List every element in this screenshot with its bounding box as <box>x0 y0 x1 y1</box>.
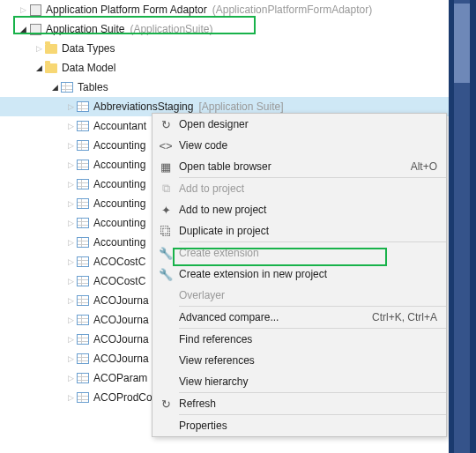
table-icon <box>76 371 90 385</box>
node-suffix: (ApplicationSuite) <box>130 23 212 35</box>
node-data-types[interactable]: ▷ Data Types <box>0 39 449 58</box>
menu-open-table-browser[interactable]: ▦ Open table browser Alt+O <box>152 156 446 177</box>
table-icon <box>76 293 90 308</box>
menu-item-label: Add to project <box>179 182 437 195</box>
wrench-icon: 🔧 <box>159 246 173 260</box>
menu-item-label: View code <box>179 139 437 152</box>
add-to-project-icon: ⧉ <box>159 182 173 196</box>
menu-refresh[interactable]: ↻ Refresh <box>152 393 446 414</box>
expand-icon[interactable]: ▷ <box>65 374 76 382</box>
context-menu: ↻ Open designer <> View code ▦ Open tabl… <box>152 113 447 437</box>
menu-item-shortcut: Ctrl+K, Ctrl+A <box>372 311 437 323</box>
node-data-model[interactable]: ◢ Data Model <box>0 58 449 78</box>
open-designer-icon: ↻ <box>159 117 173 131</box>
expand-icon[interactable]: ▷ <box>65 354 76 363</box>
table-icon <box>60 80 74 94</box>
collapse-icon[interactable]: ◢ <box>18 25 28 33</box>
table-icon <box>76 100 90 114</box>
expand-icon[interactable]: ▷ <box>65 335 76 344</box>
node-label: ACOJourna <box>93 333 149 345</box>
expand-icon[interactable]: ▷ <box>65 257 76 266</box>
module-icon <box>28 3 42 17</box>
node-label: Accountant <box>93 120 146 132</box>
menu-advanced-compare[interactable]: Advanced compare... Ctrl+K, Ctrl+A <box>152 307 446 328</box>
menu-item-label: Find references <box>179 333 437 345</box>
folder-icon <box>44 61 58 75</box>
expand-icon[interactable]: ▷ <box>65 141 76 150</box>
node-label: AbbreviationsStaging <box>93 100 193 113</box>
node-application-suite[interactable]: ◢ Application Suite (ApplicationSuite) <box>0 19 449 39</box>
menu-create-extension: 🔧 Create extension <box>152 242 446 264</box>
menu-duplicate-in-project[interactable]: ⿻ Duplicate in project <box>152 220 446 241</box>
menu-view-references[interactable]: View references <box>152 350 446 371</box>
node-app-platform-form-adaptor[interactable]: ▷ Application Platform Form Adaptor (App… <box>0 0 449 19</box>
node-label: Accounting <box>93 178 145 190</box>
menu-properties[interactable]: Properties <box>152 415 446 436</box>
node-label: Accounting <box>93 139 145 152</box>
expand-icon[interactable]: ▷ <box>65 238 76 247</box>
expand-icon[interactable]: ▷ <box>65 160 76 169</box>
menu-view-code[interactable]: <> View code <box>152 135 446 156</box>
menu-item-label: Create extension in new project <box>179 268 437 280</box>
node-label: Data Model <box>62 62 115 74</box>
expand-icon[interactable]: ▷ <box>65 219 76 227</box>
scrollbar-thumb[interactable] <box>454 4 470 83</box>
menu-item-label: Refresh <box>179 397 437 410</box>
expand-icon[interactable]: ▷ <box>65 277 76 286</box>
menu-item-label: View hierarchy <box>179 375 437 388</box>
menu-create-extension-new-project[interactable]: 🔧 Create extension in new project <box>152 264 446 285</box>
expand-icon[interactable]: ▷ <box>65 296 76 305</box>
node-label: ACOCostC <box>93 275 145 287</box>
expand-icon[interactable]: ▷ <box>65 393 76 402</box>
refresh-icon: ↻ <box>159 397 173 411</box>
node-label: ACOCostC <box>93 256 145 268</box>
node-label: Accounting <box>93 217 145 229</box>
node-label: ACOJourna <box>93 353 149 365</box>
expand-icon[interactable]: ▷ <box>65 199 76 208</box>
menu-find-references[interactable]: Find references <box>152 329 446 350</box>
wrench-icon: 🔧 <box>159 267 173 281</box>
scrollbar[interactable] <box>449 0 476 453</box>
add-new-project-icon: ✦ <box>159 203 173 217</box>
table-icon <box>76 255 90 269</box>
menu-item-label: Create extension <box>179 247 437 259</box>
collapse-icon[interactable]: ◢ <box>49 83 60 92</box>
table-icon <box>76 274 90 288</box>
duplicate-icon: ⿻ <box>159 224 173 238</box>
collapse-icon[interactable]: ◢ <box>33 63 44 72</box>
menu-item-label: Advanced compare... <box>179 311 372 323</box>
table-icon <box>76 177 90 191</box>
menu-view-hierarchy[interactable]: View hierarchy <box>152 371 446 392</box>
expand-icon[interactable]: ▷ <box>33 44 44 53</box>
table-icon <box>76 197 90 211</box>
expand-icon[interactable]: ▷ <box>65 102 76 111</box>
table-icon: ▦ <box>159 160 173 174</box>
menu-open-designer[interactable]: ↻ Open designer <box>152 114 446 135</box>
application-explorer: ▷ Application Platform Form Adaptor (App… <box>0 0 449 453</box>
menu-item-label: Add to new project <box>179 204 437 216</box>
node-suffix: (ApplicationPlatformFormAdaptor) <box>212 4 372 16</box>
node-suffix: [Application Suite] <box>198 100 283 113</box>
view-code-icon: <> <box>159 138 173 152</box>
expand-icon[interactable]: ▷ <box>65 122 76 130</box>
node-label: ACOParam <box>93 372 147 384</box>
menu-overlayer: Overlayer <box>152 285 446 306</box>
menu-item-label: View references <box>179 354 437 367</box>
expand-icon[interactable]: ▷ <box>65 316 76 324</box>
node-label: Accounting <box>93 197 145 210</box>
expand-icon[interactable]: ▷ <box>18 5 28 14</box>
node-label: Application Suite <box>46 23 124 35</box>
menu-item-label: Properties <box>179 420 437 432</box>
menu-add-to-new-project[interactable]: ✦ Add to new project <box>152 199 446 220</box>
node-tables[interactable]: ◢ Tables <box>0 78 449 97</box>
menu-item-label: Overlayer <box>179 289 437 301</box>
menu-item-label: Open table browser <box>179 160 411 173</box>
folder-icon <box>44 41 58 56</box>
node-label: Accounting <box>93 236 145 249</box>
table-icon <box>76 332 90 346</box>
table-icon <box>76 138 90 152</box>
expand-icon[interactable]: ▷ <box>65 180 76 189</box>
table-icon <box>76 216 90 230</box>
node-label: ACOJourna <box>93 294 149 307</box>
node-label: Accounting <box>93 159 145 171</box>
